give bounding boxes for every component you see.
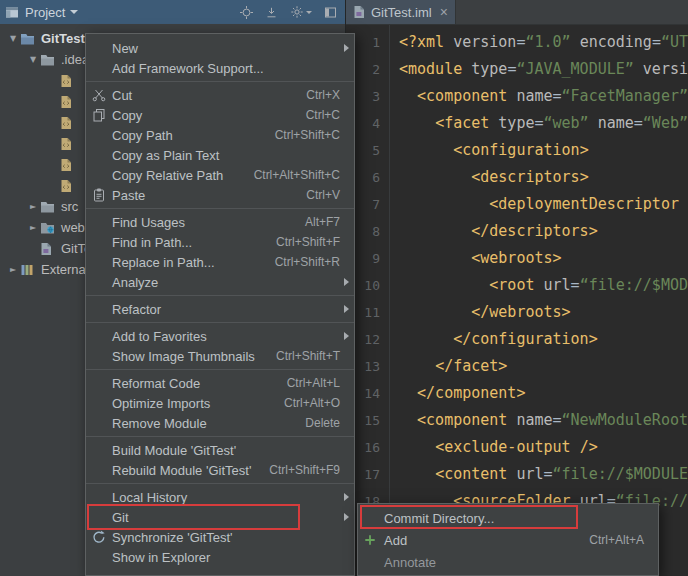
- project-folder-icon: [20, 32, 38, 45]
- menu-item-reformat-code[interactable]: Reformat CodeCtrl+Alt+L: [86, 373, 354, 393]
- menu-item-label: Copy Relative Path: [112, 168, 223, 183]
- web-folder-icon: [40, 221, 58, 234]
- menu-separator: [86, 208, 354, 209]
- menu-item-label: Build Module 'GitTest': [112, 443, 236, 458]
- close-icon[interactable]: ×: [440, 5, 448, 19]
- menu-item-label: Remove Module: [112, 416, 207, 431]
- menu-item-label: Local History: [112, 490, 187, 505]
- menu-item-git[interactable]: Git: [86, 507, 354, 527]
- menu-separator: [86, 436, 354, 437]
- menu-separator: [86, 81, 354, 82]
- chevron-down-icon[interactable]: ▼: [26, 55, 40, 64]
- menu-icon-spacer: [92, 376, 112, 390]
- menu-separator: [86, 322, 354, 323]
- menu-item-build-module-gittest[interactable]: Build Module 'GitTest': [86, 440, 354, 460]
- menu-shortcut: Ctrl+V: [306, 188, 340, 202]
- editor-body: 123456789101112131415161718 <?xml versio…: [346, 25, 688, 576]
- code-line: </webroots>: [399, 299, 688, 326]
- menu-item-analyze[interactable]: Analyze: [86, 272, 354, 292]
- menu-shortcut: Ctrl+Alt+Shift+C: [254, 168, 340, 182]
- menu-shortcut: Ctrl+Shift+T: [276, 349, 340, 363]
- menu-shortcut: Ctrl+Alt+O: [284, 396, 340, 410]
- menu-icon-spacer: [92, 255, 112, 269]
- menu-icon-spacer: [92, 235, 112, 249]
- menu-item-optimize-imports[interactable]: Optimize ImportsCtrl+Alt+O: [86, 393, 354, 413]
- chevron-right-icon[interactable]: ►: [6, 265, 20, 274]
- menu-item-refactor[interactable]: Refactor: [86, 299, 354, 319]
- menu-item-remove-module[interactable]: Remove ModuleDelete: [86, 413, 354, 433]
- menu-item-synchronize-gittest[interactable]: Synchronize 'GitTest': [86, 527, 354, 547]
- project-panel-title[interactable]: Project: [25, 5, 65, 20]
- menu-shortcut: Ctrl+Shift+R: [275, 255, 340, 269]
- code-line: <descriptors>: [399, 164, 688, 191]
- xml-file-icon: [60, 179, 78, 193]
- menu-item-show-image-thumbnails[interactable]: Show Image ThumbnailsCtrl+Shift+T: [86, 346, 354, 366]
- chevron-down-icon[interactable]: ▼: [6, 34, 20, 43]
- code-line: <component name=“FacetManager”>: [399, 83, 688, 110]
- menu-item-label: Synchronize 'GitTest': [112, 530, 233, 545]
- menu-item-label: Copy: [112, 108, 142, 123]
- chevron-right-icon[interactable]: ►: [26, 223, 40, 232]
- menu-shortcut: Delete: [305, 416, 340, 430]
- tree-label: src: [61, 199, 78, 214]
- menu-item-label: Cut: [112, 88, 132, 103]
- menu-item-copy-path[interactable]: Copy PathCtrl+Shift+C: [86, 125, 354, 145]
- menu-item-label: New: [112, 41, 138, 56]
- menu-item-annotate[interactable]: Annotate: [358, 551, 658, 573]
- iml-file-icon: [353, 5, 366, 19]
- locate-icon[interactable]: [240, 6, 253, 19]
- menu-separator: [86, 483, 354, 484]
- menu-item-label: Annotate: [384, 555, 436, 570]
- menu-item-paste[interactable]: PasteCtrl+V: [86, 185, 354, 205]
- menu-icon-spacer: [364, 511, 384, 525]
- code-line: </component>: [399, 380, 688, 407]
- folder-icon: [40, 53, 58, 66]
- code-line: <root url=“file://$MODULE_DIR$/web” rela…: [399, 272, 688, 299]
- menu-item-copy-relative-path[interactable]: Copy Relative PathCtrl+Alt+Shift+C: [86, 165, 354, 185]
- submenu-arrow-icon: [344, 44, 349, 52]
- settings-icon[interactable]: [290, 5, 312, 19]
- menu-icon-spacer: [92, 275, 112, 289]
- menu-icon-spacer: [92, 490, 112, 504]
- xml-file-icon: [60, 95, 78, 109]
- menu-item-add-framework-support[interactable]: Add Framework Support...: [86, 58, 354, 78]
- menu-item-add[interactable]: AddCtrl+Alt+A: [358, 529, 658, 551]
- tree-label: web: [61, 220, 85, 235]
- menu-shortcut: Ctrl+X: [306, 88, 340, 102]
- menu-icon-spacer: [92, 41, 112, 55]
- menu-item-copy-as-plain-text[interactable]: Copy as Plain Text: [86, 145, 354, 165]
- tab-title: GitTest.iml: [371, 5, 432, 20]
- chevron-right-icon[interactable]: ►: [26, 202, 40, 211]
- code-line: <webroots>: [399, 245, 688, 272]
- iml-file-icon: [40, 242, 58, 256]
- folder-icon: [40, 200, 58, 213]
- chevron-down-icon[interactable]: [70, 10, 78, 14]
- menu-icon-spacer: [364, 555, 384, 569]
- hide-panel-icon[interactable]: [324, 6, 337, 19]
- menu-item-replace-in-path[interactable]: Replace in Path...Ctrl+Shift+R: [86, 252, 354, 272]
- tab-gittest-iml[interactable]: GitTest.iml ×: [346, 0, 456, 24]
- menu-item-commit-directory[interactable]: Commit Directory...: [358, 507, 658, 529]
- plus-icon: [364, 533, 384, 547]
- menu-item-show-in-explorer[interactable]: Show in Explorer: [86, 547, 354, 567]
- menu-item-label: Commit Directory...: [384, 511, 494, 526]
- collapse-all-icon[interactable]: [265, 6, 278, 19]
- editor-code[interactable]: <?xml version=“1.0” encoding=“UTF-8”?><m…: [390, 25, 688, 576]
- menu-item-label: Paste: [112, 188, 145, 203]
- menu-icon-spacer: [92, 128, 112, 142]
- menu-item-cut[interactable]: CutCtrl+X: [86, 85, 354, 105]
- menu-item-label: Add Framework Support...: [112, 61, 264, 76]
- menu-item-find-in-path[interactable]: Find in Path...Ctrl+Shift+F: [86, 232, 354, 252]
- copy-icon: [92, 108, 112, 122]
- code-line: <component name=“NewModuleRootManager” i…: [399, 407, 688, 434]
- chevron-down-icon: [306, 11, 312, 14]
- menu-item-new[interactable]: New: [86, 38, 354, 58]
- menu-item-local-history[interactable]: Local History: [86, 487, 354, 507]
- menu-item-copy[interactable]: CopyCtrl+C: [86, 105, 354, 125]
- menu-icon-spacer: [92, 550, 112, 564]
- menu-item-find-usages[interactable]: Find UsagesAlt+F7: [86, 212, 354, 232]
- menu-item-rebuild-module-gittest[interactable]: Rebuild Module 'GitTest'Ctrl+Shift+F9: [86, 460, 354, 480]
- menu-item-label: Refactor: [112, 302, 161, 317]
- menu-item-add-to-favorites[interactable]: Add to Favorites: [86, 326, 354, 346]
- git-submenu: Commit Directory...AddCtrl+Alt+AAnnotate: [357, 503, 659, 576]
